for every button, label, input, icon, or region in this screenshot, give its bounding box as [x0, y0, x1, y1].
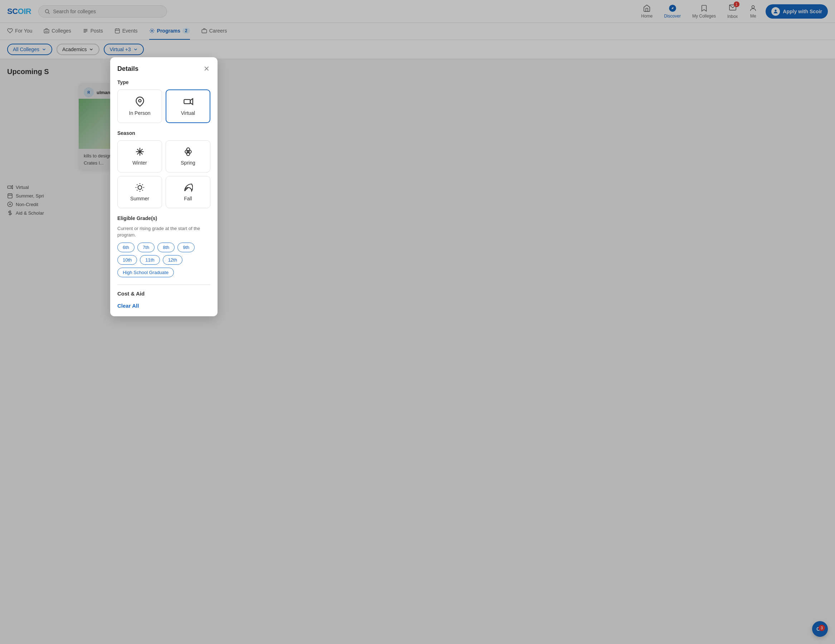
- svg-line-43: [142, 185, 143, 185]
- leaf-icon: [184, 183, 193, 192]
- video-camera-icon: [183, 97, 193, 107]
- eligible-grades-label: Eligible Grade(s): [117, 215, 210, 221]
- panel-header: Details ✕: [117, 64, 210, 73]
- season-card-spring[interactable]: Spring: [166, 140, 210, 172]
- modal-overlay[interactable]: Details ✕ Type In Person Virtual Season …: [0, 0, 835, 224]
- eligible-grades-section: Eligible Grade(s) Current or rising grad…: [117, 215, 210, 224]
- type-virtual-label: Virtual: [181, 110, 195, 116]
- sun-icon: [135, 183, 145, 192]
- type-grid: In Person Virtual: [117, 89, 210, 123]
- season-card-summer[interactable]: Summer: [117, 176, 162, 208]
- svg-marker-29: [190, 99, 192, 104]
- svg-line-42: [136, 190, 137, 191]
- type-card-virtual[interactable]: Virtual: [166, 89, 210, 123]
- svg-point-35: [138, 186, 142, 190]
- type-in-person-label: In Person: [129, 110, 151, 116]
- close-button[interactable]: ✕: [203, 64, 210, 73]
- type-section-label: Type: [117, 80, 210, 85]
- snowflake-icon: [135, 147, 145, 156]
- svg-rect-28: [184, 99, 190, 104]
- season-winter-label: Winter: [132, 160, 147, 166]
- season-section-label: Season: [117, 130, 210, 136]
- season-card-fall[interactable]: Fall: [166, 176, 210, 208]
- season-spring-label: Spring: [181, 160, 195, 166]
- svg-point-27: [138, 99, 141, 102]
- location-pin-icon: [135, 97, 145, 107]
- season-fall-label: Fall: [184, 196, 192, 202]
- svg-line-38: [136, 185, 137, 185]
- flower-icon: [184, 147, 193, 156]
- season-grid: Winter Spring Summer Fall: [117, 140, 210, 208]
- svg-line-39: [142, 190, 143, 191]
- season-summer-label: Summer: [130, 196, 149, 202]
- season-card-winter[interactable]: Winter: [117, 140, 162, 172]
- details-panel: Details ✕ Type In Person Virtual Season …: [110, 57, 218, 224]
- type-card-in-person[interactable]: In Person: [117, 89, 162, 123]
- panel-title: Details: [117, 65, 138, 73]
